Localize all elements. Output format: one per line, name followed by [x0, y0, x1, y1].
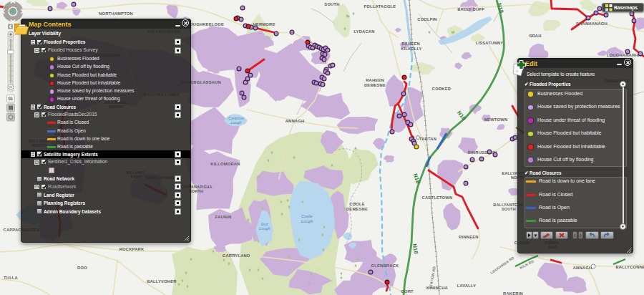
- svg-text:Lough: Lough: [259, 226, 270, 231]
- svg-text:ANNAGH: ANNAGH: [286, 119, 305, 123]
- svg-text:SHANHANAGH: SHANHANAGH: [576, 21, 608, 26]
- svg-text:BALLY DUFF: BALLY DUFF: [457, 7, 484, 11]
- svg-text:RAHEEN: RAHEEN: [401, 42, 420, 46]
- svg-text:GLENBRACK: GLENBRACK: [371, 263, 399, 268]
- svg-text:RAKERIN: RAKERIN: [503, 291, 523, 295]
- svg-text:SOUTH: SOUTH: [502, 207, 516, 211]
- svg-text:RAHEEN: RAHEEN: [366, 78, 384, 82]
- svg-text:KILKELLY: KILKELLY: [401, 47, 421, 51]
- svg-text:COOLE: COOLE: [349, 202, 365, 206]
- svg-text:ROO: ROO: [77, 266, 87, 270]
- svg-text:SRAH: SRAH: [529, 34, 541, 38]
- svg-text:CASTLETOWN: CASTLETOWN: [422, 195, 453, 200]
- svg-text:TULLA: TULLA: [4, 276, 19, 280]
- svg-text:CORKER: CORKER: [432, 87, 452, 91]
- svg-text:LISSATUNNY: LISSATUNNY: [476, 41, 504, 45]
- svg-text:GORT: GORT: [401, 289, 414, 294]
- svg-text:BALLYCONNELL: BALLYCONNELL: [615, 265, 644, 269]
- svg-text:BALLYVOHER: BALLYVOHER: [147, 279, 177, 284]
- svg-text:KILLOMORAN: KILLOMORAN: [210, 162, 240, 166]
- svg-text:Lough: Lough: [231, 120, 242, 125]
- svg-text:LOUGHANARHA: LOUGHANARHA: [607, 53, 642, 57]
- svg-text:ROCKPARK: ROCKPARK: [119, 247, 145, 251]
- svg-text:NORTHAMPTON: NORTHAMPTON: [99, 11, 133, 16]
- svg-text:OUGHKEELOGE: OUGHKEELOGE: [190, 22, 224, 26]
- svg-text:RINNEEN: RINNEEN: [459, 235, 479, 239]
- svg-text:SOUTH: SOUTH: [324, 2, 339, 6]
- svg-text:RINRUSSAUN: RINRUSSAUN: [468, 150, 497, 155]
- svg-text:LAVALLY: LAVALLY: [457, 284, 477, 288]
- svg-text:NEWTOWN: NEWTOWN: [484, 117, 508, 122]
- svg-text:FAUNIN: FAUNIN: [215, 215, 232, 219]
- svg-text:COOLFIN: COOLFIN: [417, 17, 436, 21]
- svg-text:TARTAN: TARTAN: [419, 137, 436, 141]
- svg-text:GARRYLAND: GARRYLAND: [223, 253, 250, 258]
- svg-text:Coole: Coole: [301, 214, 313, 218]
- svg-text:DEMESNE: DEMESNE: [364, 83, 386, 87]
- svg-text:DEMESNE: DEMESNE: [346, 207, 368, 211]
- svg-text:ANNAGH: ANNAGH: [573, 266, 592, 270]
- svg-text:FOLLATAGGLE: FOLLATAGGLE: [364, 4, 396, 9]
- svg-text:Lough: Lough: [301, 219, 313, 223]
- svg-text:LYDACAN: LYDACAN: [353, 29, 374, 34]
